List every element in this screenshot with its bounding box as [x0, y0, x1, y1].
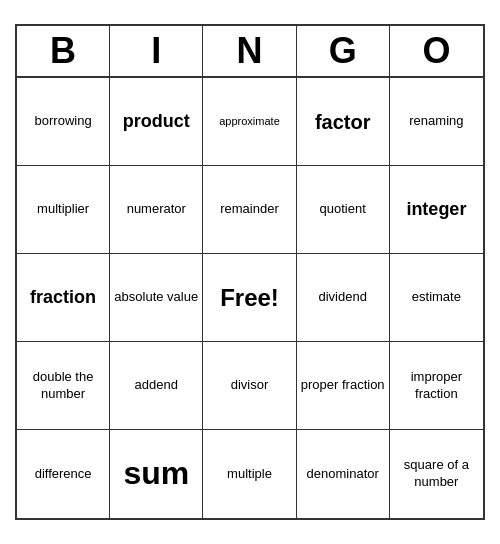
- bingo-cell: proper fraction: [297, 342, 390, 430]
- header-letter: G: [297, 26, 390, 76]
- bingo-cell: divisor: [203, 342, 296, 430]
- bingo-cell: dividend: [297, 254, 390, 342]
- bingo-cell: sum: [110, 430, 203, 518]
- header-letter: N: [203, 26, 296, 76]
- bingo-cell: product: [110, 78, 203, 166]
- bingo-cell: fraction: [17, 254, 110, 342]
- bingo-cell: addend: [110, 342, 203, 430]
- bingo-cell: remainder: [203, 166, 296, 254]
- bingo-cell: factor: [297, 78, 390, 166]
- bingo-cell: quotient: [297, 166, 390, 254]
- bingo-card: BINGO borrowingproductapproximatefactorr…: [15, 24, 485, 520]
- bingo-cell: double the number: [17, 342, 110, 430]
- bingo-cell: multiplier: [17, 166, 110, 254]
- bingo-cell: integer: [390, 166, 483, 254]
- header-letter: I: [110, 26, 203, 76]
- bingo-cell: borrowing: [17, 78, 110, 166]
- bingo-cell: estimate: [390, 254, 483, 342]
- bingo-cell: difference: [17, 430, 110, 518]
- bingo-cell: improper fraction: [390, 342, 483, 430]
- bingo-cell: Free!: [203, 254, 296, 342]
- bingo-cell: renaming: [390, 78, 483, 166]
- bingo-cell: approximate: [203, 78, 296, 166]
- bingo-cell: square of a number: [390, 430, 483, 518]
- bingo-grid: borrowingproductapproximatefactorrenamin…: [17, 78, 483, 518]
- bingo-header: BINGO: [17, 26, 483, 78]
- bingo-cell: multiple: [203, 430, 296, 518]
- header-letter: O: [390, 26, 483, 76]
- bingo-cell: absolute value: [110, 254, 203, 342]
- bingo-cell: denominator: [297, 430, 390, 518]
- bingo-cell: numerator: [110, 166, 203, 254]
- header-letter: B: [17, 26, 110, 76]
